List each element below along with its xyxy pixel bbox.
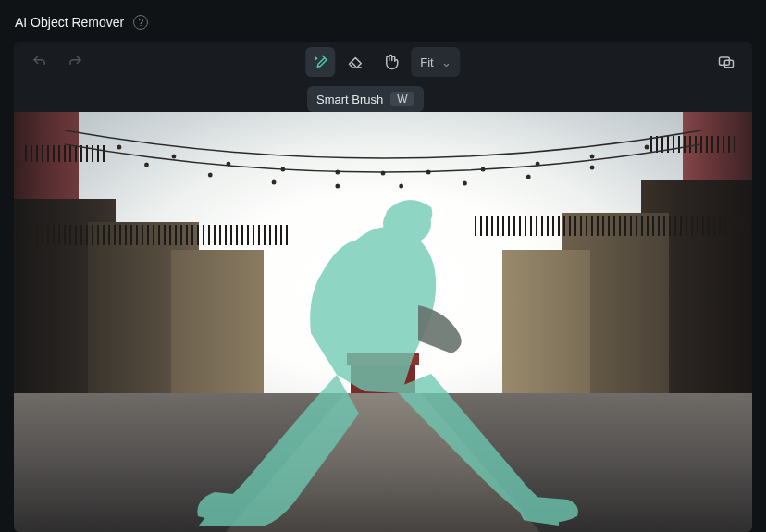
toolbar: Fit ⌄	[14, 42, 752, 82]
svg-point-7	[381, 171, 386, 176]
tooltip-shortcut: W	[390, 92, 414, 106]
svg-point-16	[335, 184, 340, 189]
building	[171, 250, 264, 393]
toolbar-left	[25, 47, 90, 77]
canvas-panel: Fit ⌄ Smart Brush W	[14, 42, 752, 532]
eraser-icon	[347, 54, 364, 70]
eraser-button[interactable]	[340, 47, 370, 77]
svg-point-2	[117, 145, 122, 150]
railing	[14, 225, 291, 245]
svg-point-18	[463, 181, 467, 186]
svg-point-20	[590, 166, 595, 170]
svg-point-13	[144, 163, 149, 167]
smart-brush-tooltip: Smart Brush W	[307, 86, 424, 112]
compare-button[interactable]	[711, 47, 741, 77]
svg-point-17	[399, 184, 403, 189]
svg-point-11	[590, 155, 595, 159]
toolbar-right	[711, 47, 741, 77]
zoom-label: Fit	[420, 56, 433, 69]
help-icon[interactable]: ?	[133, 15, 148, 30]
redo-icon	[67, 54, 83, 70]
zoom-select[interactable]: Fit ⌄	[411, 47, 460, 77]
svg-point-14	[208, 173, 213, 178]
smart-brush-icon	[312, 54, 328, 70]
building	[502, 250, 590, 393]
page-title: AI Object Remover	[15, 15, 124, 30]
app-root: AI Object Remover ?	[0, 0, 766, 532]
svg-point-3	[171, 155, 176, 159]
chevron-down-icon: ⌄	[441, 56, 451, 69]
header: AI Object Remover ?	[0, 0, 766, 36]
svg-point-5	[280, 167, 285, 172]
svg-point-10	[536, 162, 540, 167]
svg-point-9	[481, 167, 486, 172]
compare-icon	[717, 53, 735, 71]
redo-button[interactable]	[60, 47, 90, 77]
tooltip-label: Smart Brush	[316, 93, 383, 106]
svg-point-15	[272, 180, 277, 185]
hand-icon	[382, 54, 399, 70]
viewport[interactable]	[14, 112, 752, 532]
svg-point-6	[335, 170, 340, 175]
scene-image	[14, 112, 752, 532]
svg-point-19	[526, 175, 531, 179]
undo-button[interactable]	[25, 47, 55, 77]
svg-point-12	[645, 145, 649, 150]
railing	[475, 216, 752, 236]
toolbar-center: Fit ⌄	[305, 47, 460, 77]
gate	[351, 365, 415, 393]
undo-icon	[31, 54, 48, 70]
svg-point-8	[426, 170, 431, 175]
pan-button[interactable]	[376, 47, 405, 77]
smart-brush-button[interactable]	[305, 47, 335, 77]
ground	[14, 393, 752, 532]
svg-point-4	[226, 162, 230, 167]
string-lights	[65, 130, 701, 214]
